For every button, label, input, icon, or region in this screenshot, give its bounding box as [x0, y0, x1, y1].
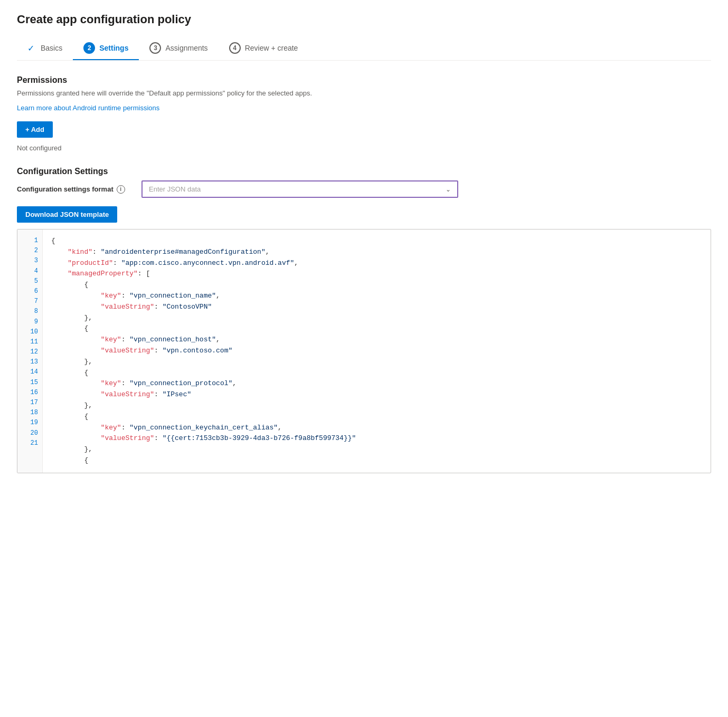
format-dropdown[interactable]: Enter JSON data ⌄: [141, 180, 458, 198]
step-basics-label: Basics: [41, 44, 62, 52]
format-label: Configuration settings format i: [17, 185, 133, 194]
configuration-settings-title: Configuration Settings: [17, 167, 711, 176]
wizard-step-assignments[interactable]: 3 Assignments: [139, 37, 218, 60]
permissions-description: Permissions granted here will override t…: [17, 89, 711, 97]
download-json-button[interactable]: Download JSON template: [17, 206, 117, 223]
step-review-badge: 4: [229, 42, 241, 54]
wizard-step-settings[interactable]: 2 Settings: [73, 37, 139, 60]
wizard-navigation: ✓ Basics 2 Settings 3 Assignments 4 Revi…: [17, 37, 711, 61]
format-row: Configuration settings format i Enter JS…: [17, 180, 711, 198]
check-icon: ✓: [27, 43, 34, 53]
info-icon[interactable]: i: [117, 185, 125, 194]
learn-more-link[interactable]: Learn more about Android runtime permiss…: [17, 104, 159, 112]
step-settings-badge: 2: [83, 42, 95, 54]
json-content[interactable]: { "kind": "androidenterprise#managedConf…: [43, 230, 711, 473]
configuration-settings-section: Configuration Settings Configuration set…: [17, 167, 711, 473]
wizard-step-review[interactable]: 4 Review + create: [219, 37, 309, 60]
step-settings-label: Settings: [99, 44, 128, 52]
step-assignments-label: Assignments: [165, 44, 207, 52]
format-dropdown-placeholder: Enter JSON data: [149, 185, 201, 193]
step-assignments-badge: 3: [149, 42, 161, 54]
line-numbers: 123456789101112131415161718192021: [17, 230, 43, 473]
add-button[interactable]: + Add: [17, 121, 53, 138]
chevron-down-icon: ⌄: [446, 186, 451, 193]
page-title: Create app configuration policy: [17, 13, 711, 26]
step-review-label: Review + create: [245, 44, 298, 52]
permissions-title: Permissions: [17, 75, 711, 85]
permissions-section: Permissions Permissions granted here wil…: [17, 75, 711, 152]
json-editor-inner: 123456789101112131415161718192021 { "kin…: [17, 230, 711, 473]
wizard-step-basics[interactable]: ✓ Basics: [17, 38, 73, 60]
json-editor[interactable]: 123456789101112131415161718192021 { "kin…: [17, 229, 711, 473]
not-configured-text: Not configured: [17, 144, 711, 152]
